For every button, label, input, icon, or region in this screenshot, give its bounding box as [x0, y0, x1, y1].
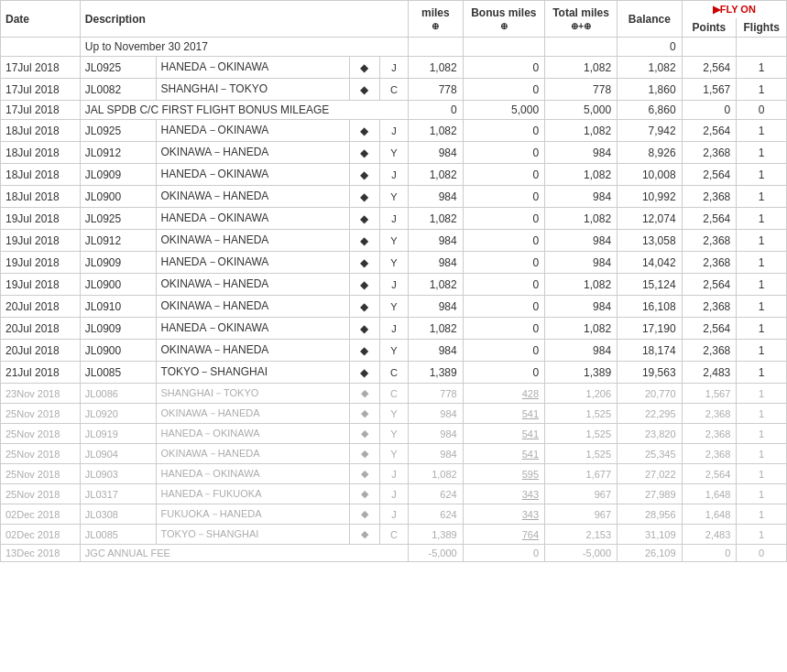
row-flights: 1: [737, 504, 787, 525]
row-balance: 15,124: [618, 274, 683, 296]
table-row: 20Jul 2018 JL0900 OKINAWA－HANEDA ◆ Y 984…: [1, 340, 787, 362]
row-flights: 1: [737, 318, 787, 340]
row-miles: 984: [408, 444, 463, 464]
row-flight: JL0925: [80, 120, 156, 142]
row-points: 2,483: [682, 525, 737, 545]
row-bonus[interactable]: 541: [463, 404, 544, 424]
row-date: 18Jul 2018: [1, 142, 81, 164]
row-total: 967: [545, 484, 618, 504]
row-date: 02Dec 2018: [1, 504, 81, 525]
row-total: 984: [545, 142, 618, 164]
row-diamond: ◆: [350, 274, 380, 296]
row-balance: 1,860: [618, 79, 683, 101]
row-flights: 1: [737, 57, 787, 79]
row-flights: 1: [737, 186, 787, 208]
row-date: 20Jul 2018: [1, 340, 81, 362]
row-flight: JL0910: [80, 296, 156, 318]
row-bonus[interactable]: 541: [463, 444, 544, 464]
row-class: C: [379, 525, 408, 545]
row-bonus: 0: [463, 120, 544, 142]
row-points: 2,368: [682, 340, 737, 362]
row-bonus: 5,000: [463, 101, 544, 120]
row-balance: 22,295: [618, 404, 683, 424]
row-flights: 1: [737, 525, 787, 545]
row-bonus[interactable]: 541: [463, 424, 544, 444]
row-class: Y: [379, 404, 408, 424]
table-row: 18Jul 2018 JL0925 HANEDA－OKINAWA ◆ J 1,0…: [1, 120, 787, 142]
row-class: C: [379, 384, 408, 404]
row-route: FUKUOKA－HANEDA: [156, 504, 349, 525]
row-balance: 26,109: [618, 545, 683, 562]
row-total: 984: [545, 252, 618, 274]
row-diamond: ◆: [350, 296, 380, 318]
row-date: 20Jul 2018: [1, 296, 81, 318]
row-bonus[interactable]: 343: [463, 484, 544, 504]
row-date: 19Jul 2018: [1, 252, 81, 274]
table-row: 17Jul 2018 JL0925 HANEDA－OKINAWA ◆ J 1,0…: [1, 57, 787, 79]
table-row: 19Jul 2018 JL0900 OKINAWA－HANEDA ◆ J 1,0…: [1, 274, 787, 296]
row-date: 19Jul 2018: [1, 274, 81, 296]
row-flight: JL0912: [80, 230, 156, 252]
row-miles: 1,082: [408, 274, 463, 296]
row-class: C: [379, 79, 408, 101]
row-total: 1,082: [545, 57, 618, 79]
row-diamond: ◆: [350, 208, 380, 230]
row-miles: 1,389: [408, 525, 463, 545]
row-flights: 1: [737, 424, 787, 444]
row-total: 984: [545, 296, 618, 318]
row-bonus[interactable]: 764: [463, 525, 544, 545]
row-miles: 984: [408, 424, 463, 444]
row-diamond: ◆: [350, 120, 380, 142]
row-miles: 1,082: [408, 208, 463, 230]
row-flights: 1: [737, 120, 787, 142]
row-balance: 13,058: [618, 230, 683, 252]
row-miles: 984: [408, 404, 463, 424]
row-balance: 28,956: [618, 504, 683, 525]
table-row: 20Jul 2018 JL0909 HANEDA－OKINAWA ◆ J 1,0…: [1, 318, 787, 340]
row-bonus[interactable]: 428: [463, 384, 544, 404]
row-class: J: [379, 464, 408, 484]
row-flight: JL0085: [80, 362, 156, 384]
row-total: -5,000: [545, 545, 618, 562]
row-flight: JL0082: [80, 79, 156, 101]
row-class: C: [379, 362, 408, 384]
row-flights: 1: [737, 274, 787, 296]
row-flight: JL0086: [80, 384, 156, 404]
row-class: J: [379, 274, 408, 296]
row-miles: 984: [408, 230, 463, 252]
row-total: 1,082: [545, 164, 618, 186]
row-points: 1,567: [682, 79, 737, 101]
row-flight: JL0925: [80, 57, 156, 79]
row-diamond: ◆: [350, 186, 380, 208]
row-class: Y: [379, 296, 408, 318]
row-route: SHANGHAI－TOKYO: [156, 384, 349, 404]
row-balance: 27,989: [618, 484, 683, 504]
row-date: 25Nov 2018: [1, 404, 81, 424]
row-route: HANEDA－OKINAWA: [156, 120, 349, 142]
table-row: 18Jul 2018 JL0912 OKINAWA－HANEDA ◆ Y 984…: [1, 142, 787, 164]
row-flight: JL0909: [80, 318, 156, 340]
row-miles: 1,082: [408, 164, 463, 186]
table-row: 19Jul 2018 JL0912 OKINAWA－HANEDA ◆ Y 984…: [1, 230, 787, 252]
row-points: 1,648: [682, 484, 737, 504]
table-row: 25Nov 2018 JL0903 HANEDA－OKINAWA ◆ J 1,0…: [1, 464, 787, 484]
row-points: 0: [682, 101, 737, 120]
table-row: 17Jul 2018 JAL SPDB C/C FIRST FLIGHT BON…: [1, 101, 787, 120]
row-diamond: ◆: [350, 525, 380, 545]
table-row: 17Jul 2018 JL0082 SHANGHAI－TOKYO ◆ C 778…: [1, 79, 787, 101]
row-balance: 10,008: [618, 164, 683, 186]
row-route: HANEDA－OKINAWA: [156, 464, 349, 484]
row-bonus[interactable]: 595: [463, 464, 544, 484]
row-route: HANEDA－OKINAWA: [156, 57, 349, 79]
row-total: 1,206: [545, 384, 618, 404]
row-diamond: ◆: [350, 318, 380, 340]
row-points: 2,564: [682, 57, 737, 79]
row-balance: 16,108: [618, 296, 683, 318]
table-row: 25Nov 2018 JL0317 HANEDA－FUKUOKA ◆ J 624…: [1, 484, 787, 504]
row-diamond: ◆: [350, 142, 380, 164]
row-bonus[interactable]: 343: [463, 504, 544, 525]
table-row: 23Nov 2018 JL0086 SHANGHAI－TOKYO ◆ C 778…: [1, 384, 787, 404]
row-flight: JL0912: [80, 142, 156, 164]
row-flights: 1: [737, 142, 787, 164]
row-miles: 984: [408, 252, 463, 274]
